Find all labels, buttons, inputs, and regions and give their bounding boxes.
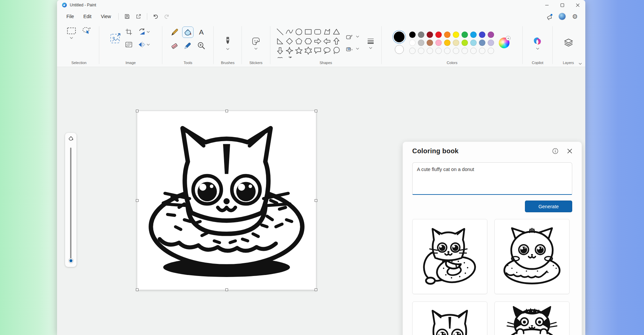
selection-handle-bottom-right[interactable]	[315, 288, 317, 291]
slider-thumb[interactable]	[69, 259, 73, 263]
color-swatch[interactable]	[453, 32, 459, 38]
selection-handle-top-center[interactable]	[225, 110, 228, 112]
crop-button[interactable]	[124, 27, 134, 37]
menu-edit[interactable]: Edit	[79, 12, 96, 21]
layers-button[interactable]	[562, 37, 575, 48]
custom-color-slot[interactable]	[444, 48, 450, 54]
color-swatch[interactable]	[453, 40, 459, 46]
edit-colors-button[interactable]: +	[499, 37, 510, 48]
announcements-button[interactable]	[544, 11, 555, 21]
text-tool-button[interactable]: A	[198, 27, 205, 37]
shape-speech-bubble[interactable]	[315, 48, 321, 53]
selection-handle-bottom-center[interactable]	[225, 288, 228, 291]
shape-five-point-star[interactable]	[296, 47, 302, 54]
minimize-button[interactable]	[539, 0, 554, 10]
copilot-button[interactable]	[532, 36, 543, 47]
shape-arrow-up[interactable]	[334, 38, 339, 44]
menu-view[interactable]: View	[96, 12, 116, 21]
shape-six-point-star[interactable]	[305, 47, 312, 54]
eraser-tool-button[interactable]	[169, 40, 180, 51]
selection-handle-bottom-left[interactable]	[136, 288, 139, 291]
slider-track[interactable]	[70, 148, 71, 261]
color-swatch[interactable]	[444, 32, 450, 38]
magnifier-tool-button[interactable]	[196, 40, 207, 51]
result-thumbnail-4[interactable]	[494, 301, 570, 335]
shape-fill-button[interactable]	[344, 44, 355, 54]
shape-four-point-star[interactable]	[286, 47, 293, 54]
color-swatch[interactable]	[409, 40, 416, 46]
custom-color-slot[interactable]	[453, 48, 459, 54]
menu-file[interactable]: File	[62, 12, 79, 21]
shape-arrow-down[interactable]	[277, 48, 283, 54]
pencil-tool-button[interactable]	[169, 27, 180, 38]
fill-tool-button[interactable]	[182, 27, 193, 38]
undo-button[interactable]	[150, 11, 161, 21]
close-panel-icon[interactable]	[567, 149, 572, 154]
selection-handle-top-right[interactable]	[315, 110, 317, 112]
shape-curve[interactable]	[286, 30, 293, 34]
selection-handle-middle-right[interactable]	[315, 199, 317, 202]
drawing-canvas[interactable]	[137, 111, 316, 290]
custom-color-slot[interactable]	[418, 48, 424, 54]
close-button[interactable]	[570, 0, 585, 10]
color-swatch[interactable]	[444, 40, 450, 46]
save-button[interactable]	[121, 11, 133, 21]
shape-line[interactable]	[277, 29, 283, 35]
result-thumbnail-2[interactable]	[494, 219, 570, 294]
share-button[interactable]	[133, 11, 144, 21]
shape-thought-bubble[interactable]	[334, 47, 339, 54]
color-swatch[interactable]	[488, 40, 494, 46]
selection-handle-top-left[interactable]	[136, 110, 139, 112]
settings-button[interactable]: ⚙	[569, 11, 581, 21]
color-swatch[interactable]	[427, 32, 433, 38]
eyedropper-tool-button[interactable]	[182, 40, 193, 51]
color-swatch[interactable]	[435, 40, 442, 46]
color-swatch[interactable]	[418, 40, 424, 46]
rect-select-button[interactable]	[65, 25, 77, 36]
shape-right-triangle[interactable]	[277, 39, 283, 44]
color-swatch[interactable]	[435, 32, 442, 38]
color-swatch[interactable]	[418, 32, 424, 38]
rotate-button[interactable]	[137, 27, 151, 37]
generate-button[interactable]: Generate	[525, 201, 572, 212]
color-swatch[interactable]	[462, 32, 468, 38]
custom-color-slot[interactable]	[488, 48, 494, 54]
color-swatch[interactable]	[470, 40, 477, 46]
shape-lightning-partial[interactable]	[289, 57, 291, 58]
shape-hexagon[interactable]	[305, 39, 312, 44]
shape-oval-speech-bubble[interactable]	[324, 48, 330, 54]
custom-color-slot[interactable]	[470, 48, 477, 54]
custom-color-slot[interactable]	[479, 48, 485, 54]
selection-handle-middle-left[interactable]	[136, 199, 139, 202]
chevron-down-icon[interactable]	[254, 48, 258, 50]
shape-arrow-left[interactable]	[324, 39, 330, 44]
chevron-down-icon[interactable]	[70, 37, 73, 39]
foreground-color-swatch[interactable]	[394, 32, 405, 42]
color-swatch[interactable]	[479, 32, 485, 38]
result-thumbnail-3[interactable]	[412, 301, 487, 335]
shape-oval[interactable]	[296, 29, 302, 35]
color-swatch[interactable]	[462, 40, 468, 46]
color-swatch[interactable]	[409, 32, 416, 38]
shape-heart-partial[interactable]	[278, 57, 282, 58]
prompt-input[interactable]: A cute fluffy cat on a donut	[412, 162, 572, 195]
color-swatch[interactable]	[479, 40, 485, 46]
shape-diamond[interactable]	[286, 38, 292, 44]
custom-color-slot[interactable]	[462, 48, 468, 54]
custom-color-slot[interactable]	[427, 48, 433, 54]
chevron-down-icon[interactable]	[356, 36, 359, 38]
shape-rounded-rectangle[interactable]	[315, 30, 321, 34]
stickers-button[interactable]	[250, 36, 262, 47]
account-avatar[interactable]	[558, 13, 566, 20]
color-swatch[interactable]	[470, 32, 477, 38]
maximize-button[interactable]	[554, 0, 570, 10]
info-icon[interactable]	[552, 148, 558, 154]
background-color-swatch[interactable]	[395, 45, 404, 54]
shapes-gallery[interactable]	[275, 27, 341, 58]
collapse-ribbon-chevron[interactable]	[579, 63, 582, 65]
shape-outline-button[interactable]	[344, 32, 355, 42]
chevron-down-icon[interactable]	[356, 48, 359, 50]
result-thumbnail-1[interactable]	[412, 219, 487, 294]
redo-button[interactable]	[161, 11, 173, 21]
free-select-button[interactable]	[81, 25, 92, 36]
